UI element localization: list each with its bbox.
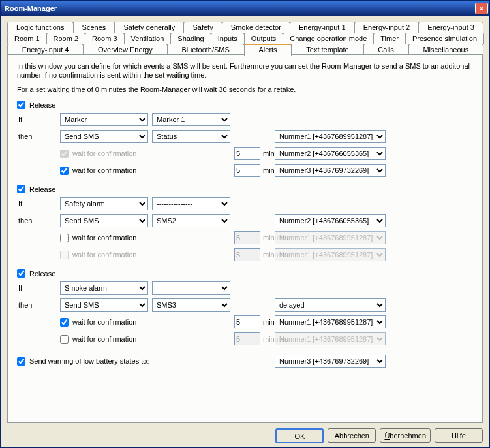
tab-scenes[interactable]: Scenes bbox=[73, 22, 115, 33]
ok-button[interactable]: OK bbox=[275, 428, 324, 443]
apply-button[interactable]: Übernehmen bbox=[380, 428, 431, 443]
wait-minutes-input bbox=[234, 248, 260, 261]
wait-target-select[interactable]: Nummer3 [+436769732269] bbox=[275, 164, 386, 177]
wait-target-select: Nummer1 [+4367689951287] bbox=[275, 332, 386, 345]
then-action-select[interactable]: Send SMS bbox=[60, 214, 148, 227]
tab-overview-energy[interactable]: Overview Energy bbox=[83, 44, 167, 55]
wait-target-select[interactable]: Nummer1 [+4367689951287] bbox=[275, 315, 386, 328]
then-detail-select[interactable]: SMS2 bbox=[152, 214, 230, 227]
if-label: If bbox=[17, 200, 56, 208]
tab-change-operation-mode[interactable]: Change operation mode bbox=[283, 33, 374, 44]
if-label: If bbox=[17, 284, 56, 292]
intro-text-2: For a set waiting time of 0 minutes the … bbox=[17, 85, 473, 94]
wait-confirmation-checkbox: wait for confirmation bbox=[60, 251, 230, 259]
wait-minutes-input[interactable] bbox=[234, 147, 260, 160]
tab-safety-generally[interactable]: Safety generally bbox=[114, 22, 184, 33]
tab-bluetooth-sms[interactable]: Bluetooth/SMS bbox=[167, 44, 245, 55]
low-battery-checkbox[interactable]: Send warning of low battery states to: bbox=[17, 357, 271, 366]
then-action-select[interactable]: Send SMS bbox=[60, 298, 148, 312]
then-detail-select[interactable]: SMS3 bbox=[152, 298, 230, 312]
intro-text-1: In this window you can define for which … bbox=[17, 61, 473, 80]
if-source-select[interactable]: Smoke alarm bbox=[60, 281, 148, 295]
tab-energy-input-4[interactable]: Energy-input 4 bbox=[7, 44, 84, 55]
release-checkbox[interactable]: Release bbox=[17, 185, 55, 193]
if-detail-select[interactable]: --------------- bbox=[152, 281, 230, 295]
tab-timer[interactable]: Timer bbox=[373, 33, 406, 44]
tab-shading[interactable]: Shading bbox=[170, 33, 211, 44]
then-label: then bbox=[17, 301, 56, 309]
tab-miscellaneous[interactable]: Miscellaneous bbox=[408, 44, 483, 55]
tab-safety[interactable]: Safety bbox=[183, 22, 222, 33]
cancel-button[interactable]: Abbrechen bbox=[328, 428, 376, 443]
if-label: If bbox=[17, 116, 56, 123]
then-target-select[interactable]: Nummer2 [+436766055365] bbox=[275, 214, 386, 227]
tab-inputs[interactable]: Inputs bbox=[211, 33, 245, 44]
wait-target-select: Nummer1 [+4367689951287] bbox=[275, 248, 386, 261]
then-target-select[interactable]: delayed bbox=[275, 298, 386, 312]
then-detail-select[interactable]: Status bbox=[152, 130, 230, 143]
then-label: then bbox=[17, 133, 56, 140]
release-checkbox[interactable]: Release bbox=[17, 101, 55, 109]
tab-smoke-detector[interactable]: Smoke detector bbox=[222, 22, 290, 33]
tabs: Logic functionsScenesSafety generallySaf… bbox=[7, 22, 483, 55]
then-label: then bbox=[17, 217, 56, 225]
wait-minutes-input bbox=[234, 332, 260, 345]
tab-ventilation[interactable]: Ventilation bbox=[124, 33, 172, 44]
alert-group-1: ReleaseIfMarkerMarker 1thenSend SMSStatu… bbox=[17, 101, 473, 177]
wait-target-select: Nummer1 [+4367689951287] bbox=[275, 231, 386, 244]
wait-target-select[interactable]: Nummer2 [+436766055365] bbox=[275, 147, 386, 160]
wait-minutes-input[interactable] bbox=[234, 315, 260, 328]
alert-group-2: ReleaseIfSafety alarm---------------then… bbox=[17, 185, 473, 261]
tab-text-template[interactable]: Text template bbox=[291, 44, 363, 55]
wait-confirmation-checkbox[interactable]: wait for confirmation bbox=[60, 335, 230, 344]
tab-logic-functions[interactable]: Logic functions bbox=[7, 22, 74, 33]
wait-confirmation-checkbox[interactable]: wait for confirmation bbox=[60, 234, 230, 242]
release-checkbox[interactable]: Release bbox=[17, 269, 55, 278]
tab-alerts[interactable]: Alerts bbox=[244, 44, 292, 56]
tab-energy-input-1[interactable]: Energy-input 1 bbox=[290, 22, 355, 33]
tab-room-1[interactable]: Room 1 bbox=[7, 33, 47, 44]
tab-room-2[interactable]: Room 2 bbox=[46, 33, 86, 44]
close-icon[interactable]: × bbox=[475, 3, 488, 14]
wait-minutes-input[interactable] bbox=[234, 164, 260, 177]
low-battery-target-select[interactable]: Nummer3 [+436769732269] bbox=[275, 355, 386, 368]
if-source-select[interactable]: Safety alarm bbox=[60, 197, 148, 210]
alert-group-3: ReleaseIfSmoke alarm---------------thenS… bbox=[17, 269, 473, 345]
wait-confirmation-checkbox[interactable]: wait for confirmation bbox=[60, 167, 230, 175]
tab-energy-input-3[interactable]: Energy-input 3 bbox=[418, 22, 483, 33]
tab-energy-input-2[interactable]: Energy-input 2 bbox=[354, 22, 420, 33]
then-target-select[interactable]: Nummer1 [+4367689951287] bbox=[275, 130, 386, 143]
help-button[interactable]: Hilfe bbox=[435, 428, 483, 443]
wait-confirmation-checkbox: wait for confirmation bbox=[60, 150, 230, 158]
tab-outputs[interactable]: Outputs bbox=[244, 33, 284, 44]
wait-confirmation-checkbox[interactable]: wait for confirmation bbox=[60, 318, 230, 327]
wait-minutes-input bbox=[234, 231, 260, 244]
tab-presence-simulation[interactable]: Presence simulation bbox=[405, 33, 484, 44]
then-action-select[interactable]: Send SMS bbox=[60, 130, 148, 143]
tab-calls[interactable]: Calls bbox=[363, 44, 409, 55]
tab-panel-alerts: In this window you can define for which … bbox=[7, 54, 483, 423]
if-detail-select[interactable]: Marker 1 bbox=[152, 113, 230, 126]
if-source-select[interactable]: Marker bbox=[60, 113, 148, 126]
if-detail-select[interactable]: --------------- bbox=[152, 197, 230, 210]
window-title: Room-Manager bbox=[5, 5, 57, 12]
tab-room-3[interactable]: Room 3 bbox=[85, 33, 125, 44]
